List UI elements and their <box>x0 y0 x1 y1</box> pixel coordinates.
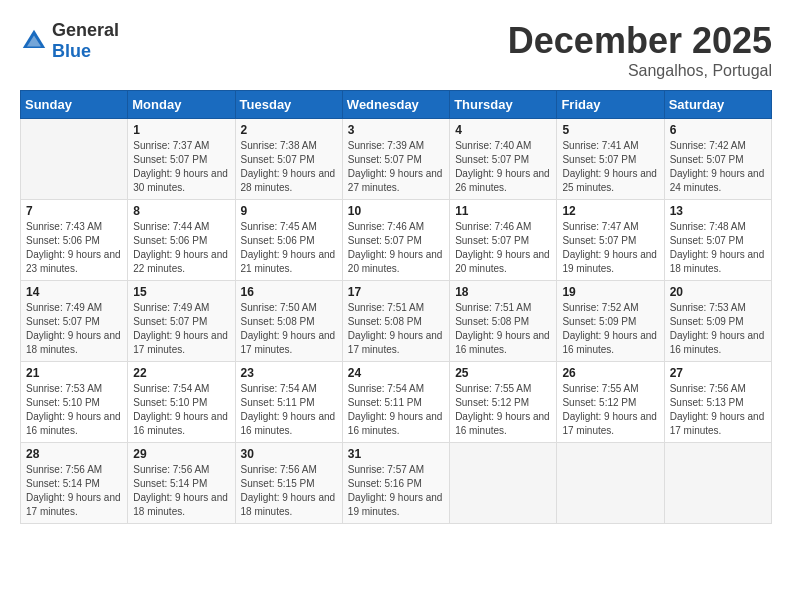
sunrise-text: Sunrise: 7:56 AM <box>133 463 229 477</box>
daylight-text: Daylight: 9 hours and 16 minutes. <box>562 329 658 357</box>
daylight-text: Daylight: 9 hours and 27 minutes. <box>348 167 444 195</box>
logo-general: General <box>52 20 119 40</box>
day-info: Sunrise: 7:46 AMSunset: 5:07 PMDaylight:… <box>455 220 551 276</box>
day-number: 17 <box>348 285 444 299</box>
calendar-cell: 31Sunrise: 7:57 AMSunset: 5:16 PMDayligh… <box>342 443 449 524</box>
day-info: Sunrise: 7:55 AMSunset: 5:12 PMDaylight:… <box>455 382 551 438</box>
weekday-header: Sunday <box>21 91 128 119</box>
sunset-text: Sunset: 5:07 PM <box>348 153 444 167</box>
daylight-text: Daylight: 9 hours and 26 minutes. <box>455 167 551 195</box>
daylight-text: Daylight: 9 hours and 30 minutes. <box>133 167 229 195</box>
day-number: 11 <box>455 204 551 218</box>
day-info: Sunrise: 7:53 AMSunset: 5:10 PMDaylight:… <box>26 382 122 438</box>
day-info: Sunrise: 7:45 AMSunset: 5:06 PMDaylight:… <box>241 220 337 276</box>
sunrise-text: Sunrise: 7:50 AM <box>241 301 337 315</box>
calendar-cell: 8Sunrise: 7:44 AMSunset: 5:06 PMDaylight… <box>128 200 235 281</box>
sunrise-text: Sunrise: 7:49 AM <box>26 301 122 315</box>
daylight-text: Daylight: 9 hours and 24 minutes. <box>670 167 766 195</box>
sunrise-text: Sunrise: 7:55 AM <box>562 382 658 396</box>
sunrise-text: Sunrise: 7:53 AM <box>670 301 766 315</box>
sunrise-text: Sunrise: 7:53 AM <box>26 382 122 396</box>
day-info: Sunrise: 7:54 AMSunset: 5:10 PMDaylight:… <box>133 382 229 438</box>
calendar-cell <box>21 119 128 200</box>
sunrise-text: Sunrise: 7:54 AM <box>348 382 444 396</box>
day-number: 1 <box>133 123 229 137</box>
sunset-text: Sunset: 5:07 PM <box>670 153 766 167</box>
day-number: 15 <box>133 285 229 299</box>
day-info: Sunrise: 7:51 AMSunset: 5:08 PMDaylight:… <box>348 301 444 357</box>
calendar-cell: 24Sunrise: 7:54 AMSunset: 5:11 PMDayligh… <box>342 362 449 443</box>
day-info: Sunrise: 7:39 AMSunset: 5:07 PMDaylight:… <box>348 139 444 195</box>
logo: General Blue <box>20 20 119 62</box>
calendar-cell: 25Sunrise: 7:55 AMSunset: 5:12 PMDayligh… <box>450 362 557 443</box>
sunrise-text: Sunrise: 7:57 AM <box>348 463 444 477</box>
daylight-text: Daylight: 9 hours and 20 minutes. <box>348 248 444 276</box>
calendar-cell: 12Sunrise: 7:47 AMSunset: 5:07 PMDayligh… <box>557 200 664 281</box>
calendar-cell: 16Sunrise: 7:50 AMSunset: 5:08 PMDayligh… <box>235 281 342 362</box>
day-number: 5 <box>562 123 658 137</box>
weekday-header: Thursday <box>450 91 557 119</box>
calendar-week-row: 21Sunrise: 7:53 AMSunset: 5:10 PMDayligh… <box>21 362 772 443</box>
title-area: December 2025 Sangalhos, Portugal <box>508 20 772 80</box>
sunrise-text: Sunrise: 7:39 AM <box>348 139 444 153</box>
sunrise-text: Sunrise: 7:56 AM <box>26 463 122 477</box>
location-subtitle: Sangalhos, Portugal <box>508 62 772 80</box>
day-info: Sunrise: 7:47 AMSunset: 5:07 PMDaylight:… <box>562 220 658 276</box>
calendar-cell: 27Sunrise: 7:56 AMSunset: 5:13 PMDayligh… <box>664 362 771 443</box>
weekday-header: Tuesday <box>235 91 342 119</box>
sunset-text: Sunset: 5:07 PM <box>26 315 122 329</box>
daylight-text: Daylight: 9 hours and 18 minutes. <box>26 329 122 357</box>
sunset-text: Sunset: 5:11 PM <box>348 396 444 410</box>
sunset-text: Sunset: 5:16 PM <box>348 477 444 491</box>
sunrise-text: Sunrise: 7:55 AM <box>455 382 551 396</box>
calendar-cell: 13Sunrise: 7:48 AMSunset: 5:07 PMDayligh… <box>664 200 771 281</box>
sunset-text: Sunset: 5:07 PM <box>562 234 658 248</box>
daylight-text: Daylight: 9 hours and 19 minutes. <box>562 248 658 276</box>
calendar-cell: 29Sunrise: 7:56 AMSunset: 5:14 PMDayligh… <box>128 443 235 524</box>
logo-blue: Blue <box>52 41 91 61</box>
sunrise-text: Sunrise: 7:54 AM <box>133 382 229 396</box>
daylight-text: Daylight: 9 hours and 16 minutes. <box>133 410 229 438</box>
calendar-cell: 19Sunrise: 7:52 AMSunset: 5:09 PMDayligh… <box>557 281 664 362</box>
day-info: Sunrise: 7:44 AMSunset: 5:06 PMDaylight:… <box>133 220 229 276</box>
day-number: 31 <box>348 447 444 461</box>
logo-text: General Blue <box>52 20 119 62</box>
sunrise-text: Sunrise: 7:46 AM <box>348 220 444 234</box>
sunset-text: Sunset: 5:06 PM <box>241 234 337 248</box>
day-number: 20 <box>670 285 766 299</box>
calendar-week-row: 28Sunrise: 7:56 AMSunset: 5:14 PMDayligh… <box>21 443 772 524</box>
calendar-cell: 2Sunrise: 7:38 AMSunset: 5:07 PMDaylight… <box>235 119 342 200</box>
sunrise-text: Sunrise: 7:51 AM <box>455 301 551 315</box>
sunrise-text: Sunrise: 7:38 AM <box>241 139 337 153</box>
calendar-cell: 1Sunrise: 7:37 AMSunset: 5:07 PMDaylight… <box>128 119 235 200</box>
daylight-text: Daylight: 9 hours and 28 minutes. <box>241 167 337 195</box>
day-number: 4 <box>455 123 551 137</box>
sunset-text: Sunset: 5:11 PM <box>241 396 337 410</box>
day-number: 27 <box>670 366 766 380</box>
daylight-text: Daylight: 9 hours and 25 minutes. <box>562 167 658 195</box>
daylight-text: Daylight: 9 hours and 16 minutes. <box>455 329 551 357</box>
sunset-text: Sunset: 5:07 PM <box>455 234 551 248</box>
calendar-week-row: 7Sunrise: 7:43 AMSunset: 5:06 PMDaylight… <box>21 200 772 281</box>
day-info: Sunrise: 7:38 AMSunset: 5:07 PMDaylight:… <box>241 139 337 195</box>
day-number: 10 <box>348 204 444 218</box>
sunset-text: Sunset: 5:08 PM <box>455 315 551 329</box>
sunrise-text: Sunrise: 7:44 AM <box>133 220 229 234</box>
sunrise-text: Sunrise: 7:52 AM <box>562 301 658 315</box>
day-number: 2 <box>241 123 337 137</box>
sunset-text: Sunset: 5:07 PM <box>241 153 337 167</box>
sunset-text: Sunset: 5:07 PM <box>670 234 766 248</box>
calendar-cell: 9Sunrise: 7:45 AMSunset: 5:06 PMDaylight… <box>235 200 342 281</box>
daylight-text: Daylight: 9 hours and 16 minutes. <box>670 329 766 357</box>
day-info: Sunrise: 7:48 AMSunset: 5:07 PMDaylight:… <box>670 220 766 276</box>
sunrise-text: Sunrise: 7:56 AM <box>670 382 766 396</box>
sunrise-text: Sunrise: 7:41 AM <box>562 139 658 153</box>
calendar-cell: 17Sunrise: 7:51 AMSunset: 5:08 PMDayligh… <box>342 281 449 362</box>
day-number: 8 <box>133 204 229 218</box>
calendar-cell: 3Sunrise: 7:39 AMSunset: 5:07 PMDaylight… <box>342 119 449 200</box>
calendar-cell: 30Sunrise: 7:56 AMSunset: 5:15 PMDayligh… <box>235 443 342 524</box>
sunset-text: Sunset: 5:15 PM <box>241 477 337 491</box>
sunrise-text: Sunrise: 7:48 AM <box>670 220 766 234</box>
daylight-text: Daylight: 9 hours and 19 minutes. <box>348 491 444 519</box>
calendar-header-row: SundayMondayTuesdayWednesdayThursdayFrid… <box>21 91 772 119</box>
